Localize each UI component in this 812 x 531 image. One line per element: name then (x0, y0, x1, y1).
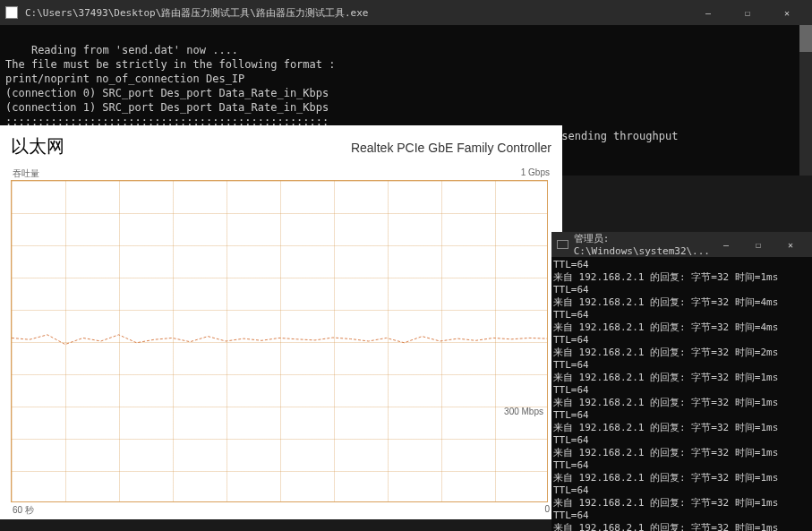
y-axis-300mbps-label: 300 Mbps (504, 407, 543, 416)
y-axis-unit: 吞吐量 (13, 167, 39, 180)
scrollbar[interactable] (799, 25, 812, 176)
minimize-button[interactable]: — (688, 0, 728, 25)
throughput-graph: 300 Mbps (11, 180, 548, 502)
stress-tool-titlebar[interactable]: C:\Users\37493\Desktop\路由器压力测试工具\路由器压力测试… (0, 0, 812, 25)
ping-window-title: 管理员: C:\Windows\system32\... (574, 232, 710, 257)
terminal-line: print/noprint no_of_connection Des_IP (5, 73, 244, 85)
close-button[interactable]: ✕ (767, 0, 807, 25)
minimize-button[interactable]: — (710, 232, 742, 257)
ethernet-title: 以太网 (11, 134, 64, 158)
terminal-line: Reading from 'send.dat' now .... (31, 44, 238, 56)
maximize-button[interactable]: ☐ (742, 232, 774, 257)
close-button[interactable]: ✕ (774, 232, 807, 257)
ping-output: TTL=64 来自 192.168.2.1 的回复: 字节=32 时间=1ms … (551, 257, 812, 531)
scrollbar-thumb[interactable] (799, 25, 812, 52)
cmd-icon (557, 240, 568, 249)
x-axis-right: 0 (544, 504, 550, 517)
terminal-line: (connection 1) SRC_port Des_port Data_Ra… (5, 101, 329, 114)
maximize-button[interactable]: ☐ (728, 0, 767, 25)
ethernet-adapter-name: Realtek PCIe GbE Family Controller (351, 141, 551, 155)
window-title: C:\Users\37493\Desktop\路由器压力测试工具\路由器压力测试… (25, 6, 688, 20)
ping-titlebar[interactable]: 管理员: C:\Windows\system32\... — ☐ ✕ (551, 232, 812, 257)
ethernet-panel: 以太网 Realtek PCIe GbE Family Controller 吞… (0, 125, 562, 519)
ping-window: 管理员: C:\Windows\system32\... — ☐ ✕ TTL=6… (551, 232, 812, 531)
y-axis-max: 1 Gbps (521, 167, 550, 180)
terminal-line: (connection 0) SRC_port Des_port Data_Ra… (5, 87, 329, 99)
terminal-line: The file must be strictly in the followi… (5, 58, 335, 71)
app-icon (5, 6, 18, 19)
throughput-line-svg (12, 181, 547, 501)
x-axis-left: 60 秒 (13, 504, 34, 517)
